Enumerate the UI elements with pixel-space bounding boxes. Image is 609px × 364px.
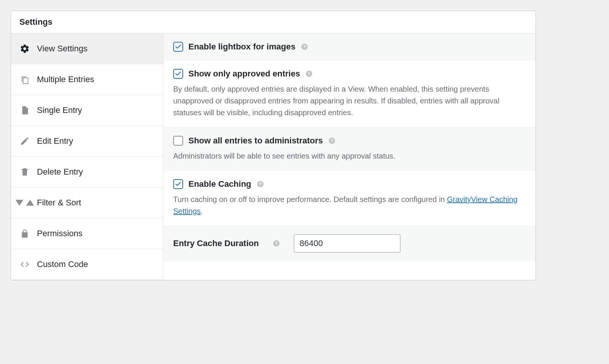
lock-icon [19,228,30,239]
sidebar-item-multiple-entries[interactable]: Multiple Entries [11,64,163,95]
stack-icon [19,74,30,85]
sidebar-item-view-settings[interactable]: View Settings [11,33,163,64]
panel-body: View Settings Multiple Entries Single En… [11,33,536,280]
approved-label: Show only approved entries [188,69,300,79]
pencil-icon [19,136,30,146]
panel-title: Settings [11,11,536,33]
admin-all-label: Show all entries to administrators [188,136,323,146]
approved-checkbox[interactable] [173,69,183,79]
setting-lightbox: Enable lightbox for images ? [163,33,536,60]
sidebar-item-label: Filter & Sort [37,198,81,208]
trash-icon [19,167,30,177]
svg-text:?: ? [331,138,333,143]
admin-all-description: Administrators will be able to see entri… [173,150,526,162]
help-icon[interactable]: ? [305,70,313,78]
help-icon[interactable]: ? [257,180,264,188]
sidebar-item-label: Single Entry [37,105,82,115]
help-icon[interactable]: ? [328,137,336,145]
document-icon [19,105,30,116]
setting-admin-all: Show all entries to administrators ? Adm… [163,127,536,171]
sidebar-item-label: Delete Entry [37,167,83,177]
admin-all-checkbox[interactable] [173,136,183,146]
sidebar-item-label: Multiple Entries [37,75,94,84]
code-icon [19,259,30,270]
lightbox-checkbox[interactable] [173,42,183,52]
setting-approved: Show only approved entries ? By default,… [163,60,536,127]
sidebar-item-permissions[interactable]: Permissions [11,218,163,249]
sort-icon [19,197,30,208]
sidebar-item-custom-code[interactable]: Custom Code [11,249,163,280]
caching-checkbox[interactable] [173,179,183,189]
svg-text:?: ? [303,44,306,49]
approved-description: By default, only approved entries are di… [173,83,526,119]
sidebar-item-label: Permissions [37,229,83,238]
help-icon[interactable]: ? [301,43,308,51]
svg-text:?: ? [259,181,261,186]
sidebar-item-single-entry[interactable]: Single Entry [11,95,163,126]
svg-text:?: ? [308,71,311,76]
sidebar-item-edit-entry[interactable]: Edit Entry [11,126,163,157]
settings-panel: Settings View Settings Multiple Entries [11,11,536,280]
sidebar-item-filter-sort[interactable]: Filter & Sort [11,188,163,218]
cache-duration-label: Entry Cache Duration [173,238,259,248]
svg-text:?: ? [275,241,277,246]
cache-duration-input[interactable] [294,234,400,253]
sidebar-item-label: Edit Entry [37,136,73,146]
setting-cache-duration: Entry Cache Duration ? [163,226,536,261]
lightbox-label: Enable lightbox for images [188,42,295,52]
caching-description: Turn caching on or off to improve perfor… [173,194,526,217]
settings-sidebar: View Settings Multiple Entries Single En… [11,33,163,280]
setting-caching: Enable Caching ? Turn caching on or off … [163,171,536,226]
help-icon[interactable]: ? [273,240,280,247]
sidebar-item-delete-entry[interactable]: Delete Entry [11,157,163,188]
gear-icon [19,43,30,54]
sidebar-item-label: View Settings [37,44,88,54]
sidebar-item-label: Custom Code [37,259,88,269]
settings-content: Enable lightbox for images ? Show only a… [163,33,536,280]
caching-label: Enable Caching [188,179,251,189]
